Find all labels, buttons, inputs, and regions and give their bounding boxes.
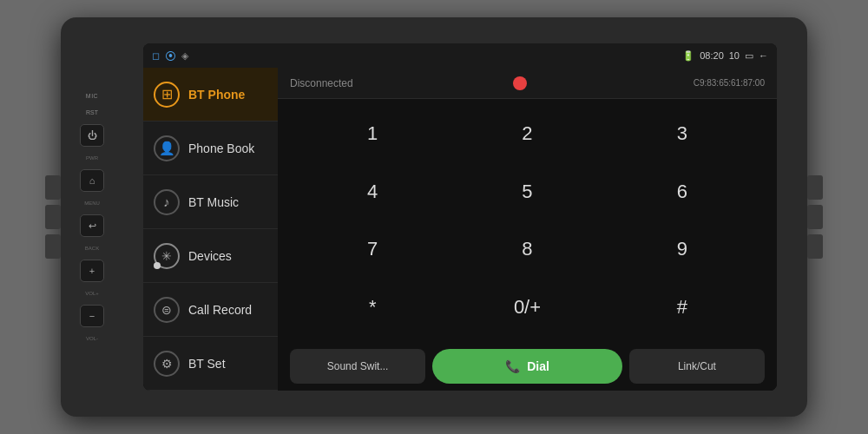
menu-label: MENU xyxy=(84,201,100,206)
dial-key-7[interactable]: 7 xyxy=(350,231,395,267)
sidebar-item-bt-music[interactable]: ♪ BT Music xyxy=(143,175,278,229)
phone-call-icon: 📞 xyxy=(505,359,520,373)
battery-icon: 🔋 xyxy=(682,50,694,62)
dial-key-0plus[interactable]: 0/+ xyxy=(504,289,549,326)
bt-music-label: BT Music xyxy=(188,195,239,209)
car-unit: MIC RST ⏻ PWR ⌂ MENU ↩ BACK + VOL+ − VOL… xyxy=(61,17,807,417)
call-record-icon: ⊜ xyxy=(154,297,180,323)
dial-key-star[interactable]: * xyxy=(350,289,395,326)
devices-dot xyxy=(154,262,161,269)
dial-key-3[interactable]: 3 xyxy=(660,115,705,152)
pwr-button[interactable]: ⏻ xyxy=(80,124,104,147)
dial-key-hash[interactable]: # xyxy=(660,289,705,326)
back-nav-icon: ← xyxy=(759,50,768,61)
phone-book-label: Phone Book xyxy=(188,141,254,155)
back-icon: ↩ xyxy=(89,220,96,232)
bt-address: C9:83:65:61:87:00 xyxy=(694,78,765,88)
dial-key-2[interactable]: 2 xyxy=(504,115,549,152)
dial-key-8[interactable]: 8 xyxy=(504,231,549,267)
bracket-right xyxy=(807,175,823,259)
time-display: 08:20 xyxy=(700,50,724,61)
bluetooth-status-icon: ⦿ xyxy=(165,49,176,62)
call-record-label: Call Record xyxy=(188,303,252,317)
dial-key-5[interactable]: 5 xyxy=(504,174,549,210)
vol-down-button[interactable]: − xyxy=(80,305,104,327)
dial-panel: Disconnected C9:83:65:61:87:00 1 2 3 4 5 xyxy=(278,68,777,391)
dial-button[interactable]: 📞 Dial xyxy=(432,349,622,384)
dial-label: Dial xyxy=(527,359,549,373)
battery-level: 10 xyxy=(729,50,740,61)
sidebar-item-bt-set[interactable]: ⚙ BT Set xyxy=(143,337,278,391)
menu-icon: ⌂ xyxy=(89,175,95,186)
vol-down-icon: − xyxy=(89,311,95,321)
link-cut-button[interactable]: Link/Cut xyxy=(629,349,765,384)
devices-icon: ✳ xyxy=(154,243,180,269)
menu-button[interactable]: ⌂ xyxy=(80,169,104,192)
screen-icon: ▭ xyxy=(745,50,753,62)
sidebar: ⊞ BT Phone 👤 Phone Book ♪ BT Music ✳ xyxy=(143,68,278,391)
bracket-left xyxy=(45,175,61,259)
wifi-status-icon: ◈ xyxy=(181,50,188,62)
dial-key-9[interactable]: 9 xyxy=(660,231,705,267)
status-left: ◻ ⦿ ◈ xyxy=(152,49,188,62)
vol-up-icon: + xyxy=(89,266,95,276)
main-content: ⊞ BT Phone 👤 Phone Book ♪ BT Music ✳ xyxy=(143,68,777,391)
connection-bar-inner: Disconnected C9:83:65:61:87:00 xyxy=(290,76,765,90)
sound-switch-button[interactable]: Sound Swit... xyxy=(290,349,425,384)
dial-row-2: 4 5 6 xyxy=(295,166,760,219)
left-physical-buttons: MIC RST ⏻ PWR ⌂ MENU ↩ BACK + VOL+ − VOL… xyxy=(80,93,104,341)
connection-status: Disconnected xyxy=(290,77,353,89)
dial-row-4: * 0/+ # xyxy=(295,281,760,334)
dial-key-4[interactable]: 4 xyxy=(350,174,395,210)
dial-key-1[interactable]: 1 xyxy=(350,115,395,152)
bt-phone-label: BT Phone xyxy=(188,88,245,102)
status-right: 🔋 08:20 10 ▭ ← xyxy=(682,50,768,62)
dial-grid: 1 2 3 4 5 6 7 8 9 * xyxy=(278,99,777,342)
mic-label: MIC xyxy=(86,93,98,99)
sidebar-item-phone-book[interactable]: 👤 Phone Book xyxy=(143,122,278,175)
disconnect-red-dot[interactable] xyxy=(513,76,527,90)
vol-up-label: VOL+ xyxy=(85,291,99,296)
back-label: BACK xyxy=(85,246,99,251)
bt-music-icon: ♪ xyxy=(154,189,180,215)
pwr-label: PWR xyxy=(86,155,98,161)
status-bar: ◻ ⦿ ◈ 🔋 08:20 10 ▭ ← xyxy=(143,43,777,68)
dial-buttons: Sound Swit... 📞 Dial Link/Cut xyxy=(278,342,777,391)
nav-status-icon: ◻ xyxy=(152,50,160,62)
bt-set-label: BT Set xyxy=(188,357,226,371)
pwr-icon: ⏻ xyxy=(88,130,97,141)
bt-set-icon: ⚙ xyxy=(154,351,180,377)
dial-row-3: 7 8 9 xyxy=(295,223,760,276)
rst-label: RST xyxy=(86,109,98,115)
screen: ◻ ⦿ ◈ 🔋 08:20 10 ▭ ← ⊞ BT Phone xyxy=(143,43,777,391)
back-button[interactable]: ↩ xyxy=(80,214,104,237)
connection-bar: Disconnected C9:83:65:61:87:00 xyxy=(278,68,777,99)
dial-key-6[interactable]: 6 xyxy=(660,174,705,210)
devices-label: Devices xyxy=(188,249,232,263)
bt-phone-icon: ⊞ xyxy=(154,82,180,108)
vol-down-label: VOL- xyxy=(86,336,98,341)
vol-up-button[interactable]: + xyxy=(80,260,104,282)
sidebar-item-bt-phone[interactable]: ⊞ BT Phone xyxy=(143,68,278,122)
dial-row-1: 1 2 3 xyxy=(295,108,760,161)
sidebar-item-devices[interactable]: ✳ Devices xyxy=(143,229,278,283)
sidebar-item-call-record[interactable]: ⊜ Call Record xyxy=(143,283,278,337)
phone-book-icon: 👤 xyxy=(154,135,180,161)
